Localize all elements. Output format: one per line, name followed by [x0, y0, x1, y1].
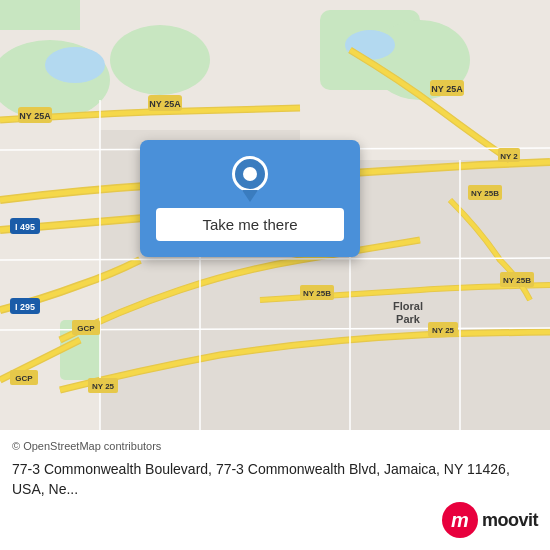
pin-inner [243, 167, 257, 181]
svg-text:Floral: Floral [393, 300, 423, 312]
moovit-icon: m [442, 502, 478, 538]
svg-text:NY 25: NY 25 [92, 382, 115, 391]
svg-text:NY 25B: NY 25B [503, 276, 531, 285]
pin-circle [232, 156, 268, 192]
svg-text:NY 25A: NY 25A [149, 99, 181, 109]
svg-point-9 [45, 47, 105, 83]
svg-text:NY 25A: NY 25A [19, 111, 51, 121]
svg-text:NY 25A: NY 25A [431, 84, 463, 94]
map-pin [232, 156, 268, 200]
svg-text:GCP: GCP [15, 374, 33, 383]
svg-text:GCP: GCP [77, 324, 95, 333]
svg-text:I 495: I 495 [15, 222, 35, 232]
svg-text:NY 2: NY 2 [500, 152, 518, 161]
take-me-there-button[interactable]: Take me there [156, 208, 344, 241]
moovit-text: moovit [482, 510, 538, 531]
osm-attribution: © OpenStreetMap contributors [12, 440, 538, 452]
svg-text:NY 25: NY 25 [432, 326, 455, 335]
address-text: 77-3 Commonwealth Boulevard, 77-3 Common… [12, 460, 538, 499]
map-popup: Take me there [140, 140, 360, 257]
moovit-logo: m moovit [442, 502, 538, 538]
pin-tail [242, 190, 258, 202]
svg-text:Park: Park [396, 313, 421, 325]
svg-text:NY 25B: NY 25B [303, 289, 331, 298]
svg-point-2 [110, 25, 210, 95]
svg-text:NY 25B: NY 25B [471, 189, 499, 198]
map-container: NY 25A NY 25A NY 25A I 495 I 495 I 295 G… [0, 0, 550, 430]
svg-rect-5 [0, 0, 80, 30]
svg-text:I 295: I 295 [15, 302, 35, 312]
bottom-bar: © OpenStreetMap contributors 77-3 Common… [0, 430, 550, 550]
